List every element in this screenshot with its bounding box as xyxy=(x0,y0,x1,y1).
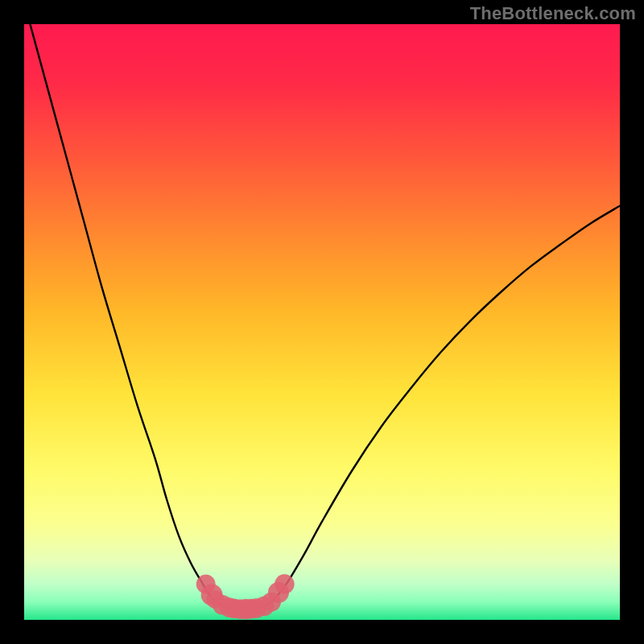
chart-frame: TheBottleneck.com xyxy=(0,0,644,644)
curve-overlay xyxy=(24,24,620,620)
watermark-text: TheBottleneck.com xyxy=(470,3,636,24)
plot-area xyxy=(24,24,620,620)
marker-dot xyxy=(275,574,295,594)
highlight-markers xyxy=(196,574,295,619)
bottleneck-curve xyxy=(30,24,620,609)
